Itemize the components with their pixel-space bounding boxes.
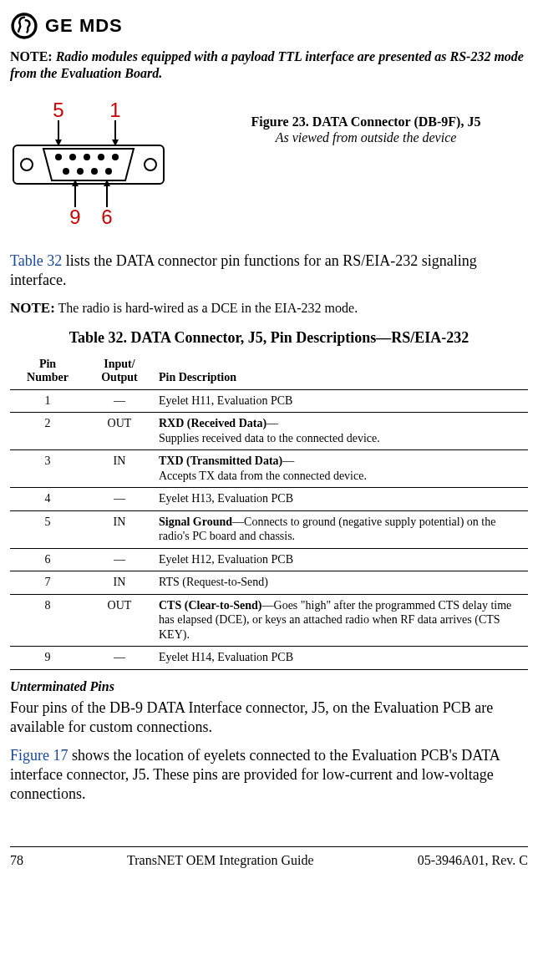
svg-point-1 bbox=[14, 16, 34, 36]
subhead-unterminated: Unterminated Pins bbox=[10, 678, 528, 695]
db9-diagram: 5 1 9 6 bbox=[10, 100, 185, 230]
fig-label-9: 9 bbox=[69, 206, 80, 226]
cell-pin-number: 6 bbox=[10, 548, 85, 571]
page-number: 78 bbox=[10, 852, 23, 869]
cell-pin-number: 9 bbox=[10, 647, 85, 670]
cell-pin-number: 2 bbox=[10, 413, 85, 450]
cell-description: Eyelet H11, Evaluation PCB bbox=[154, 389, 528, 413]
figure-subtitle: As viewed from outside the device bbox=[204, 129, 528, 145]
cell-description: Eyelet H13, Evaluation PCB bbox=[154, 488, 528, 511]
cell-description: TXD (Transmitted Data)—Accepts TX data f… bbox=[154, 450, 528, 488]
note-body: Radio modules equipped with a payload TT… bbox=[10, 49, 524, 80]
fig-label-6: 6 bbox=[101, 206, 112, 226]
cell-io: — bbox=[85, 548, 154, 571]
footer-title: TransNET OEM Integration Guide bbox=[127, 852, 314, 869]
table-title: Table 32. DATA Connector, J5, Pin Descri… bbox=[10, 328, 528, 348]
cell-io: — bbox=[85, 488, 154, 511]
table-row: 6—Eyelet H12, Evaluation PCB bbox=[10, 548, 528, 571]
note-dce: NOTE: The radio is hard-wired as a DCE i… bbox=[10, 299, 528, 317]
header-logo: GE MDS bbox=[10, 12, 528, 40]
th-desc: Pin Description bbox=[154, 354, 528, 390]
cell-description: Signal Ground—Connects to ground (negati… bbox=[154, 510, 528, 548]
cell-description: Eyelet H14, Evaluation PCB bbox=[154, 647, 528, 670]
fig-label-1: 1 bbox=[109, 100, 120, 121]
cell-pin-number: 4 bbox=[10, 488, 85, 511]
cell-io: OUT bbox=[85, 413, 154, 450]
table-row: 7INRTS (Request-to-Send) bbox=[10, 571, 528, 595]
note-label: NOTE: bbox=[10, 49, 53, 63]
cell-pin-number: 1 bbox=[10, 389, 85, 413]
pin-table: PinNumber Input/Output Pin Description 1… bbox=[10, 354, 528, 670]
th-pin-number: PinNumber bbox=[10, 354, 85, 390]
svg-rect-10 bbox=[13, 145, 164, 184]
fig-label-5: 5 bbox=[53, 100, 63, 121]
figure-row: 5 1 9 6 bbox=[10, 100, 528, 230]
intro-paragraph: Table 32 lists the DATA connector pin fu… bbox=[10, 251, 528, 291]
svg-point-12 bbox=[145, 159, 156, 170]
body-para-1: Four pins of the DB-9 DATA Interface con… bbox=[10, 698, 528, 738]
page-footer: 78 TransNET OEM Integration Guide 05-394… bbox=[10, 846, 528, 869]
figure-caption: Figure 23. DATA Connector (DB-9F), J5 As… bbox=[204, 100, 528, 145]
cell-description: Eyelet H12, Evaluation PCB bbox=[154, 548, 528, 571]
table-32-link[interactable]: Table 32 bbox=[10, 252, 62, 269]
body2-rest: shows the location of eyelets connected … bbox=[10, 747, 500, 803]
cell-io: — bbox=[85, 389, 154, 413]
table-row: 8OUTCTS (Clear-to-Send)—Goes "high" afte… bbox=[10, 594, 528, 647]
table-row: 5INSignal Ground—Connects to ground (neg… bbox=[10, 510, 528, 548]
cell-description: RXD (Received Data)—Supplies received da… bbox=[154, 413, 528, 450]
intro-rest: lists the DATA connector pin functions f… bbox=[10, 252, 477, 288]
svg-point-14 bbox=[69, 154, 76, 160]
svg-point-11 bbox=[21, 159, 33, 170]
table-row: 9—Eyelet H14, Evaluation PCB bbox=[10, 647, 528, 670]
ge-logo-icon bbox=[10, 12, 38, 40]
cell-io: — bbox=[85, 647, 154, 670]
svg-point-19 bbox=[77, 168, 84, 175]
brand-text: GE MDS bbox=[45, 14, 123, 38]
cell-description: CTS (Clear-to-Send)—Goes "high" after th… bbox=[154, 594, 528, 647]
figure-title: Figure 23. DATA Connector (DB-9F), J5 bbox=[204, 114, 528, 129]
cell-pin-number: 5 bbox=[10, 510, 85, 548]
cell-pin-number: 8 bbox=[10, 594, 85, 647]
footer-doc: 05-3946A01, Rev. C bbox=[418, 852, 528, 869]
note-radio-modules: NOTE: Radio modules equipped with a payl… bbox=[10, 48, 528, 82]
note2-body: The radio is hard-wired as a DCE in the … bbox=[58, 301, 358, 315]
svg-point-15 bbox=[84, 154, 90, 160]
svg-point-18 bbox=[63, 168, 69, 175]
body-para-2: Figure 17 shows the location of eyelets … bbox=[10, 746, 528, 805]
cell-description: RTS (Request-to-Send) bbox=[154, 571, 528, 595]
cell-io: IN bbox=[85, 510, 154, 548]
svg-point-20 bbox=[91, 168, 98, 175]
svg-point-21 bbox=[105, 168, 112, 175]
table-row: 4—Eyelet H13, Evaluation PCB bbox=[10, 488, 528, 511]
svg-point-16 bbox=[98, 154, 104, 160]
table-row: 1—Eyelet H11, Evaluation PCB bbox=[10, 389, 528, 413]
figure-17-link[interactable]: Figure 17 bbox=[10, 747, 69, 764]
svg-point-13 bbox=[55, 154, 62, 160]
table-row: 2OUTRXD (Received Data)—Supplies receive… bbox=[10, 413, 528, 450]
svg-point-17 bbox=[112, 154, 119, 160]
note2-label: NOTE: bbox=[10, 300, 55, 316]
cell-pin-number: 7 bbox=[10, 571, 85, 595]
th-io: Input/Output bbox=[85, 354, 154, 390]
cell-io: IN bbox=[85, 571, 154, 595]
cell-pin-number: 3 bbox=[10, 450, 85, 488]
cell-io: OUT bbox=[85, 594, 154, 647]
cell-io: IN bbox=[85, 450, 154, 488]
table-row: 3INTXD (Transmitted Data)—Accepts TX dat… bbox=[10, 450, 528, 488]
